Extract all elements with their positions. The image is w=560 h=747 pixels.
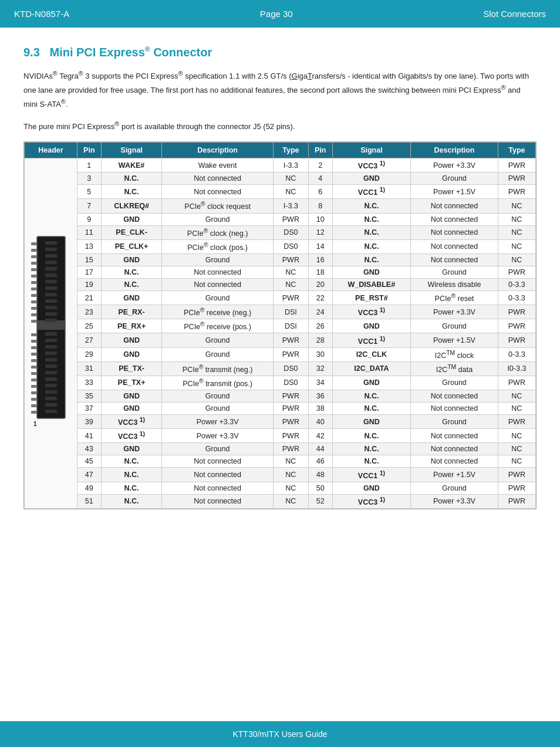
pin-left: 35 [77,390,102,403]
type-left: PWR [273,347,308,361]
type-left: NC [273,266,308,278]
desc-right: Ground [411,482,498,494]
signal-right: N.C. [332,429,411,443]
table-row: 31PE_TX-PCIe® transmit (neg.)DS032I2C_DA… [25,361,536,376]
type-left: PWR [273,429,308,443]
table-header-row: Header Pin Signal Description Type Pin S… [25,143,536,158]
svg-rect-1 [31,242,37,245]
svg-rect-18 [31,359,37,362]
top-bar: KTD-N0857-A Page 30 Slot Connectors [0,0,560,28]
table-row: 29GNDGroundPWR30I2C_CLKI2CTM clock0-3.3 [25,347,536,361]
svg-rect-39 [45,312,57,316]
table-row: 11PE_CLK-PCIe® clock (neg.)DS012N.C.Not … [25,225,536,239]
section-number: 9.3 [23,46,40,59]
table-row: 19N.C.Not connectedNC20W_DISABLE#Wireles… [25,278,536,290]
svg-rect-24 [31,398,37,401]
pin-right: 6 [308,185,332,199]
desc-left: Not connected [162,185,273,199]
type-right: NC [498,403,535,415]
table-row: 49N.C.Not connectedNC50GNDGroundPWR [25,482,536,494]
type-right: 0-3.3 [498,347,535,361]
type-left: DSI [273,319,308,333]
type-left: NC [273,185,308,199]
pin-left: 3 [77,173,102,185]
type-left: PWR [273,253,308,266]
type-left: DS0 [273,376,308,390]
desc-right: Not connected [411,253,498,266]
svg-rect-14 [31,333,37,336]
pin-left: 9 [77,213,102,225]
type-left: DS0 [273,239,308,253]
type-left: I-3.3 [273,199,308,213]
signal-right: I2C_DATA [332,361,411,376]
type-right: 0-3.3 [498,290,535,305]
desc-left: PCIe® clock (neg.) [162,225,273,239]
svg-rect-32 [45,267,57,271]
signal-right: N.C. [332,253,411,266]
table-row: 7CLKREQ#PCIe® clock requestI-3.38N.C.Not… [25,199,536,213]
signal-left: PE_RX+ [101,319,162,333]
footer-bar: KTT30/mITX Users Guide [0,721,560,747]
description-para2: The pure mini PCI Express® port is avail… [23,119,537,133]
type-left: PWR [273,415,308,429]
table-row: 3N.C.Not connectedNC4GNDGroundPWR [25,173,536,185]
svg-rect-15 [31,340,37,343]
col-header-signal1: Signal [101,143,162,158]
header-image-cell: 1 [25,158,77,509]
type-right: NC [498,213,535,225]
type-left: DSI [273,305,308,319]
table-row: 17N.C.Not connectedNC18GNDGroundPWR [25,266,536,278]
desc-right: Not connected [411,213,498,225]
desc-left: PCIe® clock request [162,199,273,213]
pin-left: 5 [77,185,102,199]
table-row: 37GNDGroundPWR38N.C.Not connectedNC [25,403,536,415]
table-row: 47N.C.Not connectedNC48VCC1 1)Power +1.5… [25,468,536,482]
table-row: 45N.C.Not connectedNC46N.C.Not connected… [25,455,536,468]
type-right: NC [498,390,535,403]
type-right: PWR [498,305,535,319]
table-row: 9GNDGroundPWR10N.C.Not connectedNC [25,213,536,225]
doc-id: KTD-N0857-A [14,9,69,19]
signal-right: N.C. [332,403,411,415]
type-right: 0-3.3 [498,278,535,290]
col-header-pin1: Pin [77,143,102,158]
pin-left: 17 [77,266,102,278]
signal-right: GND [332,376,411,390]
desc-left: Ground [162,290,273,305]
type-left: NC [273,482,308,494]
pin-right: 44 [308,443,332,455]
svg-rect-31 [45,261,57,264]
type-right: PWR [498,468,535,482]
type-left: PWR [273,333,308,347]
svg-rect-4 [31,262,37,265]
table-row: 13PE_CLK+PCIe® clock (pos.)DS014N.C.Not … [25,239,536,253]
type-right: PWR [498,319,535,333]
signal-left: PE_CLK+ [101,239,162,253]
svg-rect-47 [45,371,57,374]
pin-right: 32 [308,361,332,376]
col-header-pin2: Pin [308,143,332,158]
svg-rect-37 [45,299,57,303]
svg-rect-25 [31,404,37,407]
table-row: 39VCC3 1)Power +3.3VPWR40GNDGroundPWR [25,415,536,429]
svg-rect-40 [45,319,57,322]
desc-right: Ground [411,376,498,390]
desc-right: Not connected [411,429,498,443]
desc-left: PCIe® transmit (pos.) [162,376,273,390]
signal-left: N.C. [101,185,162,199]
desc-right: Power +3.3V [411,158,498,173]
svg-rect-34 [45,280,57,283]
svg-rect-45 [45,358,57,361]
signal-right: N.C. [332,199,411,213]
pin-right: 20 [308,278,332,290]
table-row: 33PE_TX+PCIe® transmit (pos.)DS034GNDGro… [25,376,536,390]
signal-right: GND [332,482,411,494]
desc-right: I2CTM clock [411,347,498,361]
signal-left: GND [101,390,162,403]
pin-left: 33 [77,376,102,390]
pin-left: 29 [77,347,102,361]
desc-right: Not connected [411,225,498,239]
signal-right: N.C. [332,225,411,239]
section-title-text: Mini PCI Express® Connector [49,46,212,59]
type-right: NC [498,225,535,239]
